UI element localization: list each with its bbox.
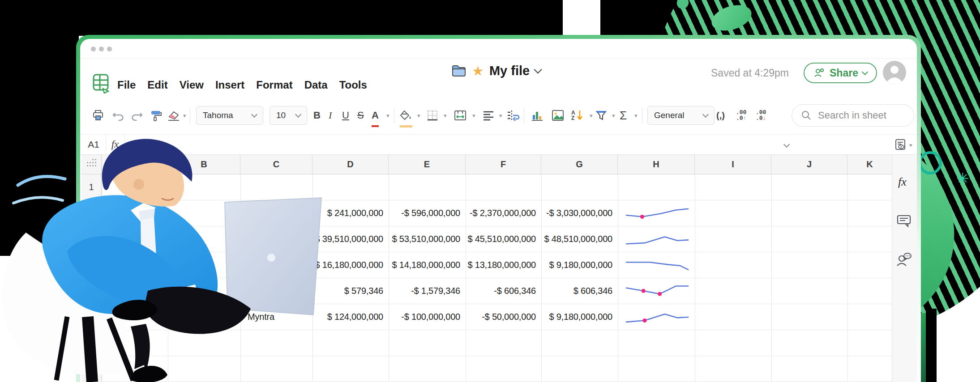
filter-caret-icon[interactable]: ▾ xyxy=(610,106,615,125)
black-tail xyxy=(926,309,937,382)
bold-button[interactable]: B xyxy=(313,106,321,125)
undo-button[interactable] xyxy=(112,106,124,125)
sidebar-fx-button[interactable]: fx xyxy=(898,175,907,189)
save-status: Saved at 4:29pm xyxy=(711,67,789,79)
strikethrough-button[interactable]: S xyxy=(357,106,364,125)
search-in-sheet[interactable] xyxy=(792,104,914,127)
cell-f5[interactable]: -$ 606,346 xyxy=(466,278,541,304)
window-control-dot[interactable] xyxy=(107,47,112,51)
teal-ring-decoration xyxy=(919,151,942,174)
search-input[interactable] xyxy=(817,109,899,122)
font-size-value: 10 xyxy=(276,110,286,120)
italic-button[interactable]: I xyxy=(329,106,332,125)
cell-f3[interactable]: $ 45,510,000,000 xyxy=(466,226,541,252)
sidebar-discuss-button[interactable] xyxy=(895,251,912,267)
eraser-button[interactable]: ▾ xyxy=(167,106,186,125)
share-button[interactable]: Share xyxy=(804,63,877,83)
menu-view[interactable]: View xyxy=(180,79,204,91)
column-header-j[interactable]: J xyxy=(771,155,847,174)
borders-button[interactable] xyxy=(427,106,438,125)
cell-f4[interactable]: $ 13,180,000,000 xyxy=(466,252,541,278)
sidebar-comments-button[interactable] xyxy=(896,214,912,228)
borders-caret-icon[interactable]: ▾ xyxy=(441,106,447,125)
comma-format-button[interactable]: (,) xyxy=(716,106,725,125)
sparkline-walmart xyxy=(624,255,690,275)
decrease-decimal-button[interactable]: .00 .0↓ xyxy=(756,106,766,125)
text-color-caret-icon[interactable]: ▾ xyxy=(384,106,389,125)
text-color-button[interactable]: A xyxy=(372,106,379,127)
wrap-text-button[interactable] xyxy=(507,106,520,125)
window-control-dot[interactable] xyxy=(91,47,96,51)
insert-chart-button[interactable] xyxy=(531,106,543,125)
font-family-select[interactable]: Tahoma xyxy=(196,106,263,125)
share-chevron-down-icon xyxy=(862,69,868,75)
font-size-select[interactable]: 10 xyxy=(270,106,307,125)
toolbar-divider xyxy=(642,107,642,123)
folder-icon[interactable] xyxy=(451,64,466,78)
formula-bar-expand-chevron-icon[interactable] xyxy=(784,140,789,149)
person-illustration xyxy=(0,132,349,382)
menu-edit[interactable]: Edit xyxy=(147,79,167,91)
sheet-app-logo-icon[interactable] xyxy=(92,73,110,94)
sort-button[interactable]: AZ xyxy=(571,106,583,125)
toolbar-divider xyxy=(524,107,524,123)
favorite-star-icon[interactable]: ★ xyxy=(472,64,484,78)
menu-format[interactable]: Format xyxy=(256,79,292,91)
number-format-select[interactable]: General xyxy=(647,106,715,125)
cell-g5[interactable]: $ 606,346 xyxy=(541,278,618,304)
right-sidebar xyxy=(892,155,917,382)
filter-button[interactable] xyxy=(595,106,607,125)
cell-g3[interactable]: $ 48,510,000,000 xyxy=(541,226,618,252)
column-header-f[interactable]: F xyxy=(466,155,541,174)
redo-button[interactable] xyxy=(131,106,143,125)
insert-image-button[interactable] xyxy=(552,106,564,125)
sparkline-apple xyxy=(624,229,690,249)
menu-insert[interactable]: Insert xyxy=(215,79,244,91)
fill-color-caret-icon[interactable]: ▾ xyxy=(415,106,420,125)
underline-button[interactable]: U xyxy=(342,106,349,125)
menu-tools[interactable]: Tools xyxy=(339,79,367,91)
menu-data[interactable]: Data xyxy=(304,79,328,91)
sum-button[interactable]: Σ xyxy=(620,106,627,125)
sort-caret-icon[interactable]: ▾ xyxy=(587,106,593,125)
format-painter-button[interactable] xyxy=(150,106,162,125)
sheet-view-button[interactable]: ▾ xyxy=(894,139,912,151)
document-title-row: ★ My file xyxy=(451,64,541,78)
cell-e4[interactable]: $ 14,180,000,000 xyxy=(389,252,466,278)
cell-g6[interactable]: $ 9,180,000,000 xyxy=(541,304,618,330)
search-icon xyxy=(801,110,812,121)
cell-g2[interactable]: -$ 3,030,000,000 xyxy=(541,200,618,226)
cell-e3[interactable]: $ 53,510,000,000 xyxy=(389,226,466,252)
print-button[interactable] xyxy=(92,106,104,125)
column-header-e[interactable]: E xyxy=(389,155,466,174)
share-people-icon xyxy=(813,68,825,78)
sum-caret-icon[interactable]: ▾ xyxy=(632,106,638,125)
cell-f6[interactable]: -$ 50,000,000 xyxy=(466,304,541,330)
horizontal-align-button[interactable] xyxy=(483,106,494,125)
window-control-dot[interactable] xyxy=(99,47,104,51)
document-title[interactable]: My file xyxy=(489,64,530,78)
titlebar-divider xyxy=(80,58,917,59)
merge-caret-icon[interactable]: ▾ xyxy=(470,106,475,125)
toolbar-divider xyxy=(190,107,190,123)
column-header-h[interactable]: H xyxy=(618,155,695,174)
toolbar-divider xyxy=(394,107,394,123)
merge-cells-button[interactable] xyxy=(454,106,466,125)
font-size-chevron-icon xyxy=(295,111,301,118)
column-header-i[interactable]: I xyxy=(695,155,771,174)
cell-e5[interactable]: -$ 1,579,346 xyxy=(389,278,466,304)
title-chevron-down-icon[interactable] xyxy=(534,65,542,73)
cell-e6[interactable]: -$ 100,000,000 xyxy=(389,304,466,330)
fill-color-button[interactable] xyxy=(400,106,412,127)
align-caret-icon[interactable]: ▾ xyxy=(497,106,502,125)
column-header-g[interactable]: G xyxy=(541,155,618,174)
column-header-k[interactable]: K xyxy=(847,155,892,174)
menubar: File Edit View Insert Format Data Tools xyxy=(117,79,367,91)
avatar[interactable] xyxy=(883,61,906,84)
cell-f2[interactable]: -$ 2,370,000,000 xyxy=(466,200,541,226)
menu-file[interactable]: File xyxy=(117,79,136,91)
increase-decimal-button[interactable]: .00 .0↑ xyxy=(736,106,746,125)
marketing-canvas: ✳ File Edit View Insert Format Data Tool… xyxy=(0,0,980,382)
cell-g4[interactable]: $ 9,180,000,000 xyxy=(541,252,618,278)
cell-e2[interactable]: -$ 596,000,000 xyxy=(389,200,466,226)
